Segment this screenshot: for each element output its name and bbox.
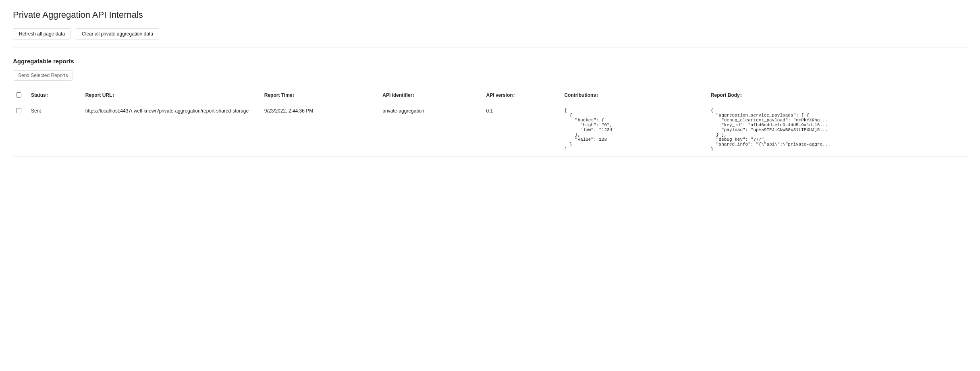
header-report-time: Report Time↕: [260, 88, 378, 103]
cell-api-identifier: private-aggregation: [378, 103, 481, 157]
section-title: Aggregatable reports: [13, 58, 967, 65]
cell-contributions: [ { "bucket": { "high": "0", "low": "123…: [559, 103, 706, 157]
refresh-button[interactable]: Refresh all page data: [13, 28, 71, 40]
header-checkbox: [13, 88, 26, 103]
send-selected-reports-button[interactable]: Send Selected Reports: [13, 70, 73, 81]
cell-api-version: 0.1: [482, 103, 560, 157]
cell-status: Sent: [26, 103, 81, 157]
header-api-version: API version↕: [482, 88, 560, 103]
header-contributions: Contributions↕: [559, 88, 706, 103]
header-report-url: Report URL↕: [81, 88, 260, 103]
header-status: Status↕: [26, 88, 81, 103]
header-api-identifier: API identifier↕: [378, 88, 481, 103]
cell-report-time: 9/23/2022, 2:44:36 PM: [260, 103, 378, 157]
page-title: Private Aggregation API Internals: [13, 10, 967, 20]
divider: [13, 48, 967, 48]
cell-report-body: { "aggregation_service_payloads": [ { "d…: [706, 103, 967, 157]
clear-button[interactable]: Clear all private aggregation data: [76, 28, 159, 40]
table-header-row: Status↕ Report URL↕ Report Time↕ API ide…: [13, 88, 967, 103]
table-row: Senthttps://localhost:4437/.well-known/p…: [13, 103, 967, 157]
reports-table: Status↕ Report URL↕ Report Time↕ API ide…: [13, 88, 967, 157]
top-buttons: Refresh all page data Clear all private …: [13, 28, 967, 40]
row-checkbox[interactable]: [16, 108, 21, 113]
header-report-body: Report Body↕: [706, 88, 967, 103]
select-all-checkbox[interactable]: [16, 92, 21, 98]
cell-report-url: https://localhost:4437/.well-known/priva…: [81, 103, 260, 157]
